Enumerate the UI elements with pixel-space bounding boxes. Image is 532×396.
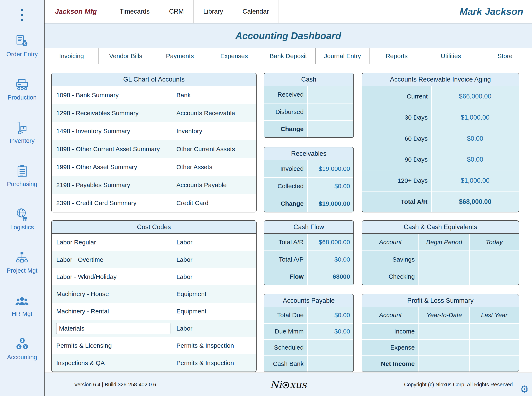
order-entry-icon: $: [15, 34, 29, 50]
row-value: $66,000.00: [432, 86, 519, 107]
cash-flow-row: Total A/R $68,000.00: [264, 234, 353, 250]
gl-account-name: 1998 - Other Asset Summary: [52, 163, 176, 171]
row-value: $19,000.00: [308, 195, 353, 212]
cost-code-row[interactable]: Labor - Wknd/Holiday Labor: [52, 268, 256, 285]
row-value: $68,000.00: [308, 234, 353, 250]
menu-item-store[interactable]: Store: [478, 48, 532, 64]
tab-library[interactable]: Library: [194, 0, 233, 23]
row-value: [470, 268, 519, 285]
gl-account-row[interactable]: 1498 - Inventory Summary Inventory: [52, 122, 256, 140]
cost-code-type: Labor: [176, 256, 256, 263]
aging-row: Current $66,000.00: [362, 86, 519, 107]
panel-receivables: Receivables Invoiced $19,000.00 Collecte…: [264, 147, 354, 212]
sidebar: $ Order Entry Production: [0, 0, 45, 396]
aging-row: 30 Days $1,000.00: [362, 107, 519, 128]
cost-code-row-editing[interactable]: Labor: [52, 320, 256, 337]
cost-code-row[interactable]: Machinery - Rental Equipment: [52, 303, 256, 320]
row-value: [308, 121, 353, 137]
row-value: $1,000.00: [432, 107, 519, 128]
panel-title: Profit & Loss Summary: [362, 294, 519, 307]
row-value: [419, 251, 469, 268]
brand-tab[interactable]: Jackson Mfg: [45, 0, 110, 23]
menu-item-utilities[interactable]: Utilities: [424, 48, 478, 64]
accounts-payable-row: Cash Bank: [264, 356, 353, 372]
row-value: $0.00: [308, 324, 353, 339]
sidebar-item-logistics[interactable]: Logistics: [10, 207, 34, 231]
row-label: Total A/R: [264, 234, 307, 250]
row-value: [419, 268, 469, 285]
settings-gear-icon[interactable]: ⚙: [520, 384, 529, 394]
row-label: Checking: [362, 268, 418, 285]
gl-account-row[interactable]: 1898 - Other Current Asset Summary Other…: [52, 140, 256, 158]
cash-flow-row: Total A/P $0.00: [264, 251, 353, 268]
row-label: Cash Bank: [264, 356, 307, 372]
cost-code-name: Machinery - House: [52, 291, 176, 297]
menu-item-vendor-bills[interactable]: Vendor Bills: [99, 48, 153, 64]
tab-crm[interactable]: CRM: [159, 0, 194, 23]
current-user[interactable]: Mark Jackson: [460, 0, 532, 23]
panel-profit-loss-summary: Profit & Loss Summary Account Year-to-Da…: [362, 294, 519, 372]
gl-account-row[interactable]: 2198 - Payables Summary Accounts Payable: [52, 176, 256, 194]
cost-code-row[interactable]: Machinery - House Equipment: [52, 285, 256, 303]
gl-account-row[interactable]: 1098 - Bank Summary Bank: [52, 86, 256, 104]
column-header: Account: [362, 307, 418, 323]
gl-account-type: Bank: [176, 92, 256, 99]
sidebar-item-hr-mgt[interactable]: HR Mgt: [12, 294, 32, 317]
gl-account-row[interactable]: 2398 - Credit Card Summary Credit Card: [52, 194, 256, 212]
menu-item-bank-deposit[interactable]: Bank Deposit: [261, 48, 315, 64]
sidebar-item-purchasing[interactable]: Purchasing: [7, 164, 37, 187]
accounting-icon: $€¥: [15, 337, 29, 353]
row-label: Collected: [264, 178, 307, 194]
sidebar-item-accounting[interactable]: $€¥ Accounting: [7, 337, 37, 361]
title-bar: Accounting Dashboard: [45, 23, 532, 48]
gl-account-row[interactable]: 1998 - Other Asset Summary Other Assets: [52, 158, 256, 176]
cash-equivalents-row: Checking: [362, 268, 519, 285]
column-header: Account: [362, 234, 418, 250]
menu-item-journal-entry[interactable]: Journal Entry: [316, 48, 370, 64]
cost-code-row[interactable]: Permits & Licensing Permits & Inspection: [52, 337, 256, 354]
cost-code-row[interactable]: Inspections & QA Permits & Inspection: [52, 354, 256, 372]
row-value: $1,000.00: [432, 170, 519, 191]
panel-cash-flow: Cash Flow Total A/R $68,000.00 Total A/P…: [264, 220, 354, 285]
table-header-row: Account Begin Period Today: [362, 234, 519, 250]
row-label: Total A/P: [264, 251, 307, 268]
cost-code-name-input[interactable]: [56, 323, 170, 334]
panel-title: Cost Codes: [52, 221, 256, 234]
cost-code-name: Labor - Wknd/Holiday: [52, 273, 176, 280]
sidebar-item-production[interactable]: Production: [7, 77, 37, 101]
panel-title: Cash: [264, 73, 353, 86]
row-value: $0.00: [308, 251, 353, 268]
menu-item-invoicing[interactable]: Invoicing: [45, 48, 99, 64]
cost-code-row[interactable]: Labor Regular Labor: [52, 234, 256, 251]
production-icon: [15, 77, 29, 93]
sidebar-item-label: Project Mgt: [7, 267, 37, 274]
sidebar-menu-dots-icon[interactable]: [21, 9, 23, 21]
menu-item-reports[interactable]: Reports: [370, 48, 424, 64]
sidebar-item-project-mgt[interactable]: Project Mgt: [7, 250, 37, 274]
sidebar-item-order-entry[interactable]: $ Order Entry: [6, 34, 38, 58]
sidebar-item-inventory[interactable]: Inventory: [10, 121, 35, 144]
svg-text:€: €: [18, 345, 20, 349]
row-label: Net Income: [362, 356, 418, 372]
tab-calendar[interactable]: Calendar: [233, 0, 279, 23]
row-label: Invoiced: [264, 160, 307, 177]
gl-account-type: Accounts Payable: [176, 181, 256, 189]
panel-title: GL Chart of Accounts: [52, 73, 256, 86]
row-value: $0.00: [432, 149, 519, 170]
menu-item-payments[interactable]: Payments: [153, 48, 207, 64]
svg-text:$: $: [21, 338, 23, 343]
gl-account-row[interactable]: 1298 - Receivables Summary Accounts Rece…: [52, 104, 256, 122]
gl-account-type: Inventory: [176, 128, 256, 135]
tab-timecards[interactable]: Timecards: [110, 0, 160, 23]
row-label: Income: [362, 324, 418, 339]
row-value: [470, 356, 519, 372]
menu-item-expenses[interactable]: Expenses: [207, 48, 261, 64]
gl-account-name: 2198 - Payables Summary: [52, 181, 176, 189]
row-label: Savings: [362, 251, 418, 268]
panel-title: Receivables: [264, 147, 353, 160]
panel-ar-invoice-aging: Accounts Receivable Invoice Aging Curren…: [362, 73, 519, 212]
logo-eye-icon: [282, 382, 289, 389]
receivables-row: Invoiced $19,000.00: [264, 160, 353, 177]
cost-code-row[interactable]: Labor - Overtime Labor: [52, 251, 256, 268]
svg-text:$: $: [24, 42, 26, 46]
